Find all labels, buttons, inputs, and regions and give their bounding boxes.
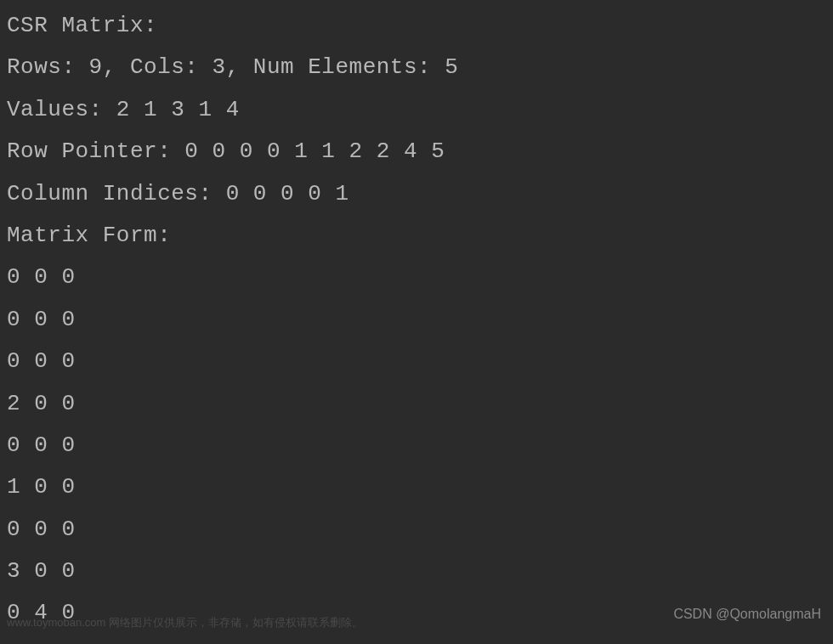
matrix-row: 1 0 0 [7,466,826,508]
matrix-row: 0 0 0 [7,509,826,551]
matrix-row: 0 0 0 [7,257,826,298]
output-line-row-pointer: Row Pointer: 0 0 0 0 1 1 2 2 4 5 [7,131,826,172]
matrix-row: 0 0 0 [7,299,826,341]
output-line-col-indices: Column Indices: 0 0 0 0 1 [7,173,826,215]
watermark-right: CSDN @QomolangmaH [673,602,821,627]
watermark-left: www.toymoban.com 网络图片仅供展示，非存储，如有侵权请联系删除。 [7,613,363,634]
output-line-values: Values: 2 1 3 1 4 [7,89,826,131]
output-line-title: CSR Matrix: [7,5,826,47]
output-line-matrix-form: Matrix Form: [7,215,826,257]
matrix-row: 2 0 0 [7,383,826,425]
output-line-dims: Rows: 9, Cols: 3, Num Elements: 5 [7,47,826,88]
matrix-row: 0 0 0 [7,341,826,382]
matrix-row: 3 0 0 [7,551,826,592]
matrix-row: 0 0 0 [7,425,826,466]
